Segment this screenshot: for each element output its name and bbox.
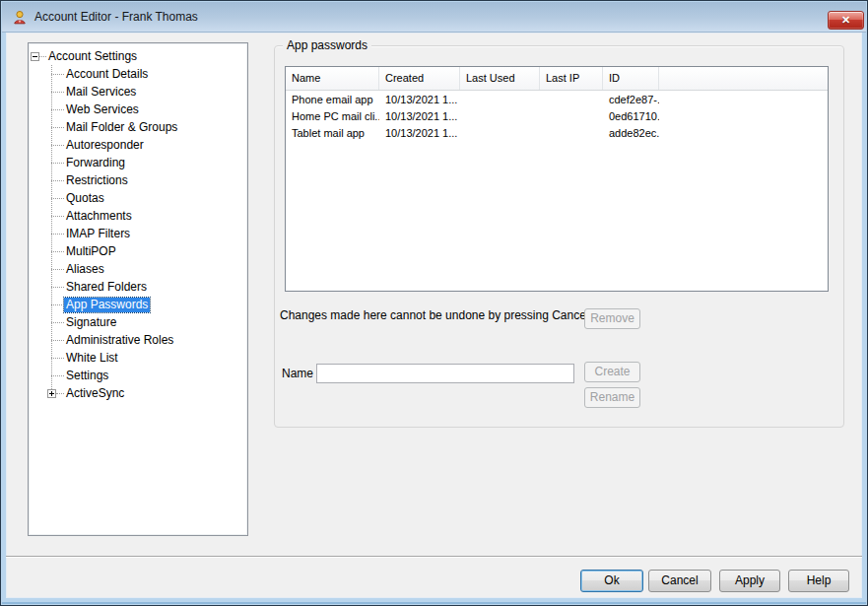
tree-stub <box>51 287 64 288</box>
list-header: Name Created Last Used Last IP ID <box>286 67 828 91</box>
column-header-last-ip[interactable]: Last IP <box>540 67 603 90</box>
cell-id: 0ed61710... <box>603 110 659 122</box>
close-button[interactable]: ✕ <box>828 11 864 30</box>
tree-item-quotas[interactable]: Quotas <box>29 189 247 207</box>
help-button[interactable]: Help <box>788 570 849 592</box>
tree-stub <box>39 56 46 57</box>
tree-item-web-services[interactable]: Web Services <box>29 101 247 118</box>
footer-separator <box>6 556 862 557</box>
tree-stub <box>51 375 64 376</box>
tree-item-label-selected: App Passwords <box>64 298 150 312</box>
tree-stub <box>56 393 64 394</box>
tree-stub <box>51 216 64 217</box>
tree-stub <box>51 180 64 181</box>
tree-item-label: Forwarding <box>64 156 127 170</box>
app-passwords-group: App passwords Name Created Last Used Las… <box>274 45 844 428</box>
cell-created: 10/13/2021 1... <box>379 127 460 139</box>
account-editor-window: Account Editor - Frank Thomas ✕ Account … <box>0 0 868 606</box>
table-row[interactable]: Phone email app 10/13/2021 1... cdef2e87… <box>286 91 828 107</box>
tree-item-label: Restrictions <box>64 173 130 188</box>
cell-created: 10/13/2021 1... <box>379 94 460 105</box>
app-passwords-list: Name Created Last Used Last IP ID Phone … <box>285 66 829 292</box>
collapse-icon[interactable] <box>31 52 39 61</box>
create-button[interactable]: Create <box>584 362 640 382</box>
cell-created: 10/13/2021 1... <box>379 110 460 122</box>
close-icon: ✕ <box>841 14 850 26</box>
column-header-name[interactable]: Name <box>286 67 379 90</box>
dialog-content: Account Settings Account Details Mail Se… <box>6 33 862 598</box>
tree-stub <box>51 269 64 270</box>
cell-name: Phone email app <box>286 94 379 105</box>
tree-item-label: Administrative Roles <box>64 333 175 348</box>
tree-item-autoresponder[interactable]: Autoresponder <box>29 136 247 154</box>
tree-item-label: Mail Folder & Groups <box>64 120 179 135</box>
tree-item-activesync[interactable]: ActiveSync <box>29 384 247 402</box>
tree-item-administrative-roles[interactable]: Administrative Roles <box>29 331 247 349</box>
tree-item-label: Aliases <box>64 262 106 277</box>
tree-item-label: Autoresponder <box>64 138 146 153</box>
user-icon <box>12 10 28 26</box>
column-header-id[interactable]: ID <box>603 67 659 90</box>
tree-item-label: Signature <box>64 315 118 330</box>
tree-item-aliases[interactable]: Aliases <box>29 260 247 278</box>
tree-item-label: MultiPOP <box>64 244 118 259</box>
tree-item-multipop[interactable]: MultiPOP <box>29 242 247 260</box>
cell-id: adde82ec... <box>603 127 659 139</box>
tree-item-label: Settings <box>64 369 110 383</box>
tree-item-mail-services[interactable]: Mail Services <box>29 83 247 101</box>
tree-item-attachments[interactable]: Attachments <box>29 207 247 225</box>
apply-button[interactable]: Apply <box>719 570 780 592</box>
tree-item-white-list[interactable]: White List <box>29 349 247 367</box>
tree-item-app-passwords-selected[interactable]: App Passwords <box>29 296 247 313</box>
title-bar[interactable]: Account Editor - Frank Thomas ✕ <box>2 2 866 33</box>
remove-button[interactable]: Remove <box>584 308 640 329</box>
cell-id: cdef2e87-... <box>603 94 659 105</box>
tree-item-label: Account Details <box>64 67 150 82</box>
window-title: Account Editor - Frank Thomas <box>34 2 198 33</box>
tree-stub <box>51 163 64 164</box>
tree-item-label: Attachments <box>64 209 134 224</box>
expand-icon[interactable] <box>47 389 56 398</box>
tree-item-signature[interactable]: Signature <box>29 313 247 331</box>
tree-stub <box>51 234 64 235</box>
tree-item-mail-folder-groups[interactable]: Mail Folder & Groups <box>29 118 247 136</box>
tree-item-label: Shared Folders <box>64 280 149 295</box>
name-input[interactable] <box>316 364 574 383</box>
tree-item-imap-filters[interactable]: IMAP Filters <box>29 225 247 242</box>
column-header-filler <box>659 67 828 90</box>
group-title: App passwords <box>283 38 371 52</box>
tree-stub <box>51 198 64 199</box>
tree-stub <box>51 304 64 305</box>
tree-item-label: Mail Services <box>64 85 138 100</box>
tree-stub <box>51 109 64 110</box>
tree-item-label: Account Settings <box>46 49 139 64</box>
tree-item-label: White List <box>64 351 120 366</box>
rename-button[interactable]: Rename <box>584 387 640 408</box>
table-row[interactable]: Home PC mail cli... 10/13/2021 1... 0ed6… <box>286 107 828 124</box>
tree-stub <box>51 127 64 128</box>
tree-item-restrictions[interactable]: Restrictions <box>29 171 247 189</box>
cell-name: Tablet mail app <box>286 127 379 139</box>
tree-item-forwarding[interactable]: Forwarding <box>29 154 247 171</box>
cell-name: Home PC mail cli... <box>286 110 379 122</box>
tree-item-shared-folders[interactable]: Shared Folders <box>29 278 247 296</box>
tree-item-label: IMAP Filters <box>64 227 132 241</box>
table-row[interactable]: Tablet mail app 10/13/2021 1... adde82ec… <box>286 124 828 141</box>
settings-tree-panel: Account Settings Account Details Mail Se… <box>28 42 248 536</box>
tree-stub <box>51 358 64 359</box>
column-header-last-used[interactable]: Last Used <box>460 67 540 90</box>
caution-text: Changes made here cannot be undone by pr… <box>280 308 589 322</box>
column-header-created[interactable]: Created <box>379 67 460 90</box>
name-label: Name <box>282 367 313 380</box>
tree-item-account-settings[interactable]: Account Settings <box>29 47 247 65</box>
tree-stub <box>51 74 64 75</box>
tree-item-label: ActiveSync <box>64 386 126 401</box>
tree-item-label: Web Services <box>64 102 141 117</box>
tree-item-settings[interactable]: Settings <box>29 367 247 384</box>
ok-button[interactable]: Ok <box>580 570 643 592</box>
tree-stub <box>51 92 64 93</box>
tree-stub <box>51 251 64 252</box>
settings-tree: Account Settings Account Details Mail Se… <box>29 43 247 402</box>
cancel-button[interactable]: Cancel <box>648 570 711 592</box>
tree-item-account-details[interactable]: Account Details <box>29 65 247 83</box>
